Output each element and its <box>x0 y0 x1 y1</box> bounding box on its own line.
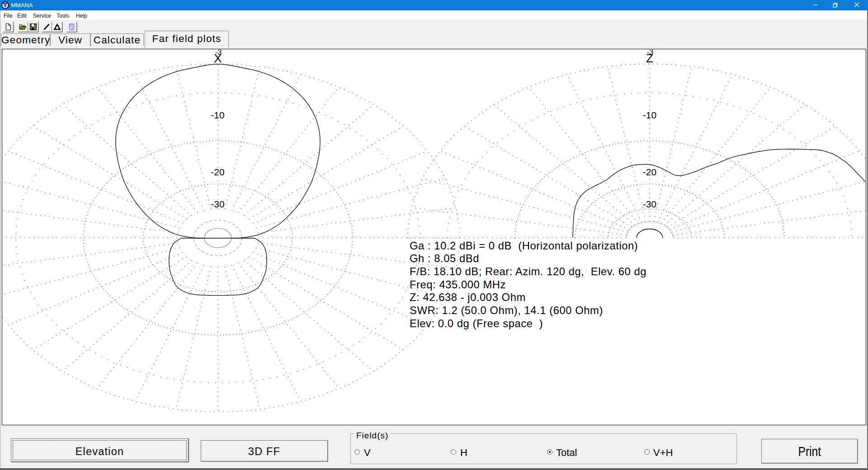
svg-text:-30: -30 <box>211 199 224 209</box>
svg-text:-20: -20 <box>643 167 656 177</box>
svg-text:-30: -30 <box>643 199 656 209</box>
svg-text:Z: Z <box>646 52 653 65</box>
svg-text:-10: -10 <box>211 110 224 120</box>
svg-text:X: X <box>214 52 222 65</box>
svg-text:-10: -10 <box>643 110 656 120</box>
svg-text:-20: -20 <box>211 167 224 177</box>
